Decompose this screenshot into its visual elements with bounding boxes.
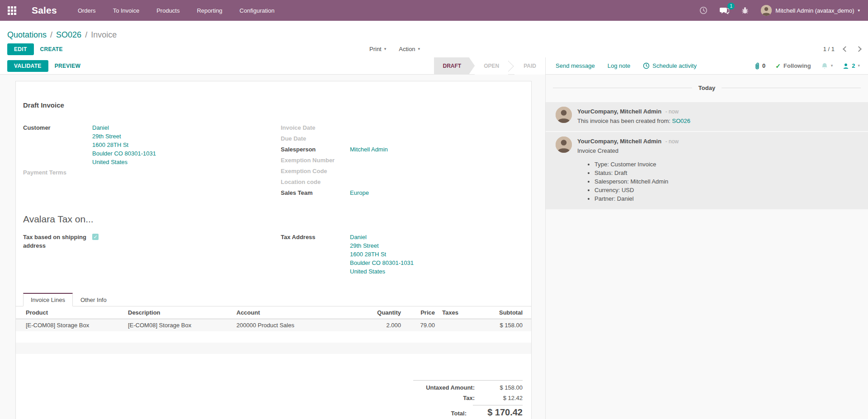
messages-icon[interactable]: 1: [719, 6, 729, 14]
sales-team-value[interactable]: Europe: [350, 188, 369, 197]
untaxed-amount-value: $ 158.00: [481, 384, 523, 391]
pager-next-icon[interactable]: [856, 46, 862, 52]
tax-address-link[interactable]: Daniel: [350, 233, 414, 241]
followers-dropdown[interactable]: 2 ▾: [843, 62, 860, 69]
breadcrumb-separator: /: [85, 30, 87, 40]
pager-previous-icon[interactable]: [843, 46, 849, 52]
paperclip-icon: [754, 62, 760, 70]
breadcrumb-quotations[interactable]: Quotations: [7, 30, 47, 40]
invoice-line-row[interactable]: [E-COM08] Storage Box [E-COM08] Storage …: [16, 319, 531, 332]
message: YourCompany, Mitchell Admin - now This i…: [546, 102, 868, 131]
invoice-sheet: Draft Invoice Customer Daniel 29th Stree…: [15, 81, 532, 419]
user-menu[interactable]: Mitchell Admin (avatax_demo) ▾: [761, 5, 860, 16]
caret-down-icon: ▾: [858, 64, 860, 68]
schedule-activity-label: Schedule activity: [652, 62, 697, 69]
tax-address-label: Tax Address: [281, 233, 350, 241]
tab-other-info[interactable]: Other Info: [73, 293, 114, 306]
detail-item: Salesperson: Mitchell Admin: [594, 177, 679, 186]
action-label: Action: [399, 46, 415, 52]
validate-button[interactable]: VALIDATE: [7, 60, 48, 72]
status-step-paid[interactable]: PAID: [514, 57, 545, 75]
message-detail-list: Type: Customer Invoice Status: Draft Sal…: [594, 160, 679, 203]
col-quantity: Quantity: [355, 306, 405, 319]
message-thread: Today YourCompany, Mitchell Admin - now …: [546, 75, 868, 419]
print-label: Print: [369, 46, 382, 52]
apps-menu-button[interactable]: [0, 0, 24, 21]
menu-configuration[interactable]: Configuration: [240, 7, 274, 14]
message-time: - now: [665, 138, 679, 145]
message-author[interactable]: YourCompany, Mitchell Admin: [577, 108, 661, 115]
form-status-bar: VALIDATE PREVIEW DRAFT OPEN PAID: [0, 57, 545, 75]
tab-invoice-lines[interactable]: Invoice Lines: [23, 293, 73, 306]
attachments-button[interactable]: 0: [754, 62, 765, 70]
action-dropdown[interactable]: Action ▾: [399, 46, 420, 52]
bug-icon[interactable]: [741, 6, 749, 14]
col-taxes: Taxes: [439, 306, 479, 319]
menu-orders[interactable]: Orders: [78, 7, 96, 14]
col-account: Account: [233, 306, 355, 319]
preview-button[interactable]: PREVIEW: [48, 60, 87, 72]
form-area: VALIDATE PREVIEW DRAFT OPEN PAID Draft I…: [0, 57, 545, 419]
exemption-number-label: Exemption Number: [281, 156, 350, 165]
tax-value: $ 12.42: [481, 395, 523, 401]
customer-address-line[interactable]: 29th Street: [92, 132, 156, 141]
user-name: Mitchell Admin (avatax_demo): [775, 7, 854, 14]
activities-clock-icon[interactable]: [699, 6, 708, 14]
app-title[interactable]: Sales: [32, 5, 57, 16]
customer-link[interactable]: Daniel: [92, 123, 156, 132]
tax-based-checkbox[interactable]: ✓: [92, 234, 99, 240]
message: YourCompany, Mitchell Admin - now Invoic…: [546, 132, 868, 209]
menu-products[interactable]: Products: [156, 7, 179, 14]
tax-address-value: Daniel 29th Street 1600 28TH St Boulder …: [350, 233, 414, 276]
tax-address-line[interactable]: Boulder CO 80301-1031: [350, 259, 414, 267]
top-bar: Sales Orders To Invoice Products Reporti…: [0, 0, 868, 21]
invoice-date-label: Invoice Date: [281, 123, 350, 132]
notebook-tabs: Invoice Lines Other Info: [16, 293, 531, 306]
menu-to-invoice[interactable]: To Invoice: [113, 7, 140, 14]
following-button[interactable]: ✓ Following: [775, 62, 811, 70]
date-divider: Today: [553, 85, 861, 91]
date-divider-label: Today: [692, 85, 722, 91]
user-avatar: [761, 5, 772, 16]
status-step-draft[interactable]: DRAFT: [434, 57, 475, 75]
breadcrumb-so026[interactable]: SO026: [56, 30, 81, 40]
salesperson-value[interactable]: Mitchell Admin: [350, 145, 388, 154]
invoice-lines-table: Product Description Account Quantity Pri…: [16, 306, 531, 331]
clock-icon: [643, 62, 650, 69]
edit-button[interactable]: EDIT: [7, 43, 34, 55]
tax-address-line[interactable]: 29th Street: [350, 241, 414, 250]
message-avatar: [556, 137, 572, 153]
follower-person-icon: [843, 63, 849, 69]
avalara-section-title: Avalara Tax on...: [16, 214, 531, 225]
customer-address-line[interactable]: Boulder CO 80301-1031: [92, 149, 156, 158]
status-step-open[interactable]: OPEN: [475, 57, 508, 75]
tax-address-line[interactable]: United States: [350, 267, 414, 276]
pager: 1 / 1: [823, 46, 861, 52]
send-message-button[interactable]: Send message: [556, 62, 595, 69]
create-button[interactable]: CREATE: [34, 43, 69, 55]
totals-block: Untaxed Amount: $ 158.00 Tax: $ 12.42 To…: [413, 380, 523, 419]
customer-label: Customer: [23, 123, 92, 132]
salesperson-label: Salesperson: [281, 145, 350, 154]
log-note-button[interactable]: Log note: [608, 62, 631, 69]
top-navigation: Orders To Invoice Products Reporting Con…: [78, 7, 274, 14]
customer-address-line[interactable]: 1600 28TH St: [92, 141, 156, 149]
notification-bell-dropdown[interactable]: ▾: [821, 62, 833, 70]
payment-terms-label: Payment Terms: [23, 168, 92, 177]
sales-team-label: Sales Team: [281, 188, 350, 197]
pager-count: 1 / 1: [823, 46, 835, 52]
customer-address-line[interactable]: United States: [92, 158, 156, 166]
menu-reporting[interactable]: Reporting: [197, 7, 222, 14]
tax-address-line[interactable]: 1600 28TH St: [350, 250, 414, 259]
print-dropdown[interactable]: Print ▾: [369, 46, 386, 52]
detail-item: Status: Draft: [594, 169, 679, 177]
message-author[interactable]: YourCompany, Mitchell Admin: [577, 138, 661, 145]
col-subtotal: Subtotal: [479, 306, 531, 319]
message-text: This invoice has been created from:: [577, 118, 670, 124]
cell-price: 79.00: [405, 319, 439, 332]
schedule-activity-button[interactable]: Schedule activity: [643, 62, 697, 69]
caret-down-icon: ▾: [418, 47, 420, 51]
message-so026-link[interactable]: SO026: [672, 118, 690, 124]
cell-quantity: 2.000: [355, 319, 405, 332]
location-code-label: Location code: [281, 178, 350, 186]
